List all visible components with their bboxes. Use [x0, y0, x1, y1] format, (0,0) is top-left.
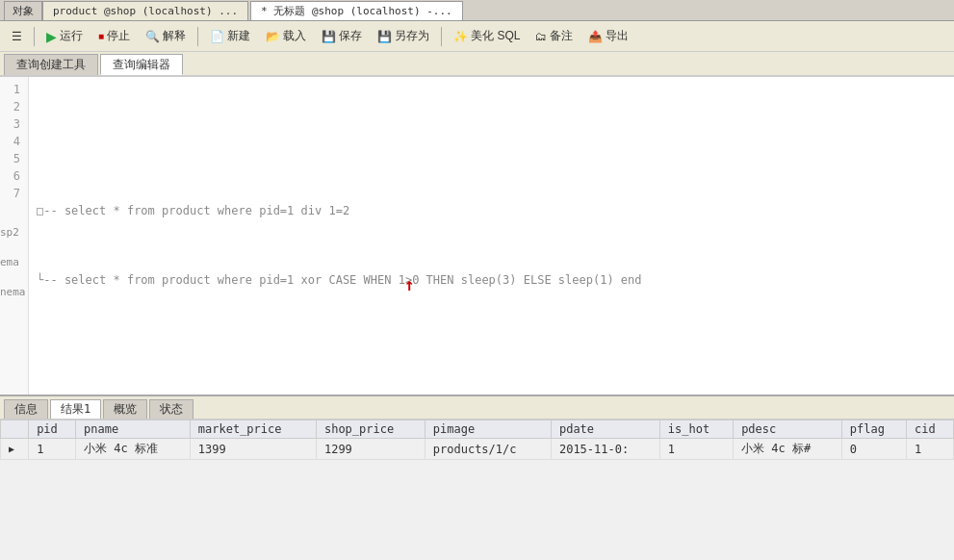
code-line-1 — [37, 133, 946, 150]
cell-market-price: 1399 — [190, 439, 316, 460]
editor-content[interactable]: □-- select * from product where pid=1 di… — [29, 77, 954, 395]
tab-product[interactable]: product @shop (localhost) ... — [42, 1, 248, 20]
backup-icon: 🗂 — [535, 30, 547, 43]
stop-button[interactable]: ■ 停止 — [92, 24, 136, 49]
cell-pdesc: 小米 4c 标# — [734, 439, 842, 460]
run-icon: ▶ — [46, 29, 57, 44]
stop-icon: ■ — [98, 31, 104, 41]
run-button[interactable]: ▶ 运行 — [40, 24, 89, 49]
cell-is-hot: 1 — [659, 439, 733, 460]
code-line-3: └-- select * from product where pid=1 xo… — [37, 271, 946, 289]
beautify-label: 美化 SQL — [471, 28, 520, 44]
toolbar-sep-2 — [197, 27, 198, 46]
line-num-4: 4 — [4, 133, 20, 150]
line-num-2: 2 — [4, 98, 20, 115]
explain-label: 解释 — [163, 28, 186, 44]
new-label: 新建 — [227, 28, 250, 44]
cell-pdate: 2015-11-0: — [551, 439, 659, 460]
row-indicator: ▶ — [1, 439, 29, 460]
backup-button[interactable]: 🗂 备注 — [529, 24, 579, 49]
sub-toolbar: 查询创建工具 查询编辑器 — [0, 52, 954, 77]
line-num-1: 1 — [4, 81, 20, 98]
save-label: 保存 — [339, 28, 362, 44]
save-as-button[interactable]: 💾 另存为 — [372, 24, 435, 49]
cell-pid: 1 — [29, 439, 76, 460]
export-button[interactable]: 📤 导出 — [582, 24, 634, 49]
export-icon: 📤 — [588, 30, 603, 43]
cell-pflag: 0 — [841, 439, 906, 460]
col-header-pflag: pflag — [841, 420, 906, 439]
cell-shop-price: 1299 — [316, 439, 425, 460]
save-as-label: 另存为 — [395, 28, 429, 44]
cell-cid: 1 — [907, 439, 954, 460]
result-table: pid pname market_price shop_price pimage… — [0, 420, 954, 460]
code-line-2: □-- select * from product where pid=1 di… — [37, 202, 946, 219]
bottom-section: 信息 结果1 概览 状态 pid pname market_price shop… — [0, 395, 954, 548]
col-header-pid: pid — [29, 420, 76, 439]
line-num-3: 3 — [4, 115, 20, 133]
cell-pname: 小米 4c 标准 — [76, 439, 191, 460]
menu-icon: ☰ — [12, 30, 22, 43]
table-header-row: pid pname market_price shop_price pimage… — [1, 420, 954, 439]
code-line-4 — [37, 341, 946, 358]
new-button[interactable]: 📄 新建 — [204, 24, 256, 49]
editor-container[interactable]: sp2 ema nema 1 2 3 4 5 6 7 □-- select * … — [0, 77, 954, 395]
tab-overview[interactable]: 概览 — [103, 399, 147, 419]
col-header-pdate: pdate — [551, 420, 659, 439]
editor-wrapper: sp2 ema nema 1 2 3 4 5 6 7 □-- select * … — [0, 77, 954, 560]
save-icon: 💾 — [322, 30, 336, 43]
col-header-pimage: pimage — [425, 420, 551, 439]
line-num-7: 7 — [4, 185, 20, 202]
toolbar-sep-1 — [34, 27, 35, 46]
tab-info[interactable]: 信息 — [4, 399, 48, 419]
tab-status[interactable]: 状态 — [149, 399, 193, 419]
beautify-icon: ✨ — [453, 30, 468, 43]
col-header-pdesc: pdesc — [734, 420, 842, 439]
toolbar: ☰ ▶ 运行 ■ 停止 🔍 解释 📄 新建 📂 载入 💾 保存 💾 — [0, 21, 954, 52]
save-as-icon: 💾 — [377, 30, 392, 43]
explain-icon: 🔍 — [145, 30, 160, 43]
line-numbers: 1 2 3 4 5 6 7 — [0, 77, 29, 395]
col-header-market-price: market_price — [190, 420, 316, 439]
export-label: 导出 — [606, 28, 629, 44]
line-num-6: 6 — [4, 167, 20, 185]
menu-button[interactable]: ☰ — [6, 24, 28, 49]
tab-object[interactable]: 对象 — [4, 1, 42, 20]
toolbar-sep-3 — [441, 27, 442, 46]
main-layout: 对象 product @shop (localhost) ... * 无标题 @… — [0, 0, 954, 560]
explain-button[interactable]: 🔍 解释 — [140, 24, 192, 49]
col-header-cid: cid — [907, 420, 954, 439]
backup-label: 备注 — [550, 28, 573, 44]
col-header-shop-price: shop_price — [316, 420, 425, 439]
import-button[interactable]: 📂 载入 — [260, 24, 312, 49]
tab-result1[interactable]: 结果1 — [50, 399, 101, 419]
top-tab-bar: 对象 product @shop (localhost) ... * 无标题 @… — [0, 0, 954, 21]
col-header-is-hot: is_hot — [659, 420, 733, 439]
result-table-container[interactable]: pid pname market_price shop_price pimage… — [0, 420, 954, 545]
stop-label: 停止 — [107, 28, 130, 44]
beautify-button[interactable]: ✨ 美化 SQL — [448, 24, 526, 49]
tab-untitled[interactable]: * 无标题 @shop (localhost) -... — [250, 1, 463, 20]
tab-query-builder[interactable]: 查询创建工具 — [4, 54, 98, 75]
col-header-indicator — [1, 420, 29, 439]
run-label: 运行 — [60, 28, 83, 44]
save-button[interactable]: 💾 保存 — [316, 24, 368, 49]
line-num-5: 5 — [4, 150, 20, 167]
new-icon: 📄 — [210, 30, 224, 43]
import-icon: 📂 — [266, 30, 280, 43]
tab-query-editor[interactable]: 查询编辑器 — [100, 54, 183, 75]
import-label: 载入 — [283, 28, 306, 44]
col-header-pname: pname — [76, 420, 191, 439]
results-tabs: 信息 结果1 概览 状态 — [0, 396, 954, 420]
cell-pimage: products/1/c — [425, 439, 551, 460]
table-row: ▶ 1 小米 4c 标准 1399 1299 products/1/c 2015… — [1, 439, 954, 460]
